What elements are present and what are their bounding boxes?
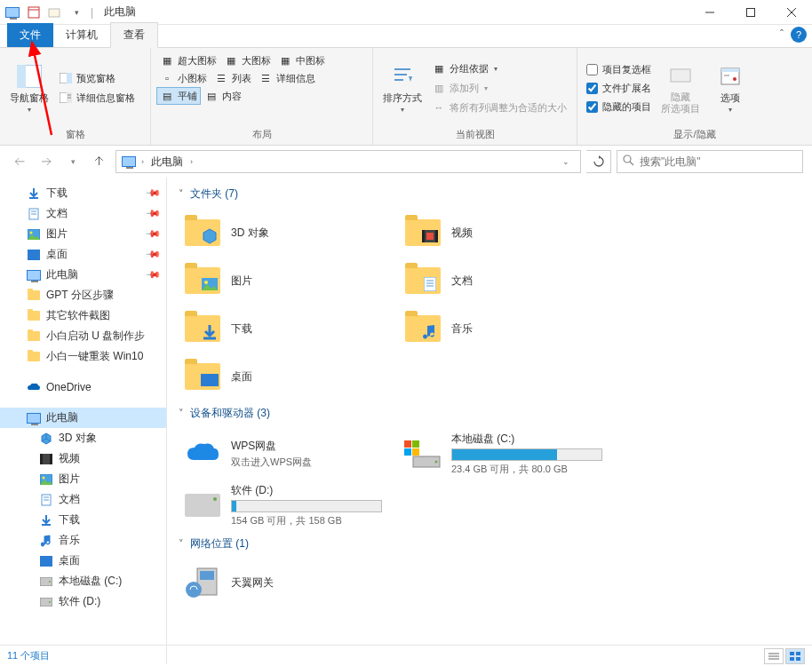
search-box[interactable] xyxy=(617,150,803,173)
details-pane-button[interactable]: 详细信息窗格 xyxy=(55,89,139,107)
layout-list[interactable]: ☰列表 xyxy=(211,69,255,87)
sidebar-pc-5[interactable]: 音乐 xyxy=(0,530,166,551)
folder-tile-6[interactable]: 桌面 xyxy=(176,353,396,400)
maximize-button[interactable] xyxy=(730,0,771,25)
sidebar-pc-0[interactable]: 3D 对象 xyxy=(0,428,166,448)
sidebar-thispc[interactable]: 此电脑 xyxy=(0,408,166,428)
forward-button[interactable]: 🡢 xyxy=(36,151,57,172)
group-network[interactable]: 网络位置 (1) xyxy=(176,531,803,559)
sidebar-pc-6[interactable]: 桌面 xyxy=(0,551,166,571)
sidebar-pc-7[interactable]: 本地磁盘 (C:) xyxy=(0,571,166,591)
ribbon: 导航窗格 ▾ 预览窗格 详细信息窗格 窗格 ▦超大图标 ▦大图标 ▦中图标 ▫小… xyxy=(0,48,812,146)
address-chev[interactable]: › xyxy=(141,157,144,166)
sidebar-pc-4[interactable]: 下载 xyxy=(0,510,166,530)
check-ext[interactable]: 文件扩展名 xyxy=(583,80,655,97)
sidebar-item-label: 本地磁盘 (C:) xyxy=(59,574,122,589)
sidebar-quick-8[interactable]: 小白一键重装 Win10 xyxy=(0,346,166,367)
folder-tile-2[interactable]: 图片 xyxy=(176,257,396,305)
search-input[interactable] xyxy=(640,155,797,168)
tile-name: WPS网盘 xyxy=(231,439,389,454)
net-tile-0[interactable]: 天翼网关 xyxy=(176,559,396,607)
layout-s[interactable]: ▫小图标 xyxy=(156,69,211,87)
sidebar-onedrive[interactable]: OneDrive xyxy=(0,377,166,397)
sidebar-pc-1[interactable]: 视频 xyxy=(0,448,166,469)
addcol-button[interactable]: ▥添加列▾ xyxy=(428,79,570,97)
options-button[interactable]: 选项 ▾ xyxy=(706,52,754,124)
showhide-group-label: 显示/隐藏 xyxy=(577,128,812,145)
svg-point-24 xyxy=(624,155,631,163)
sidebar-pc-8[interactable]: 软件 (D:) xyxy=(0,591,166,612)
drive-tile-2[interactable]: 软件 (D:) 154 GB 可用，共 158 GB xyxy=(176,480,396,531)
status-text: 11 个项目 xyxy=(7,649,50,662)
sortby-button[interactable]: 排序方式 ▾ xyxy=(378,52,426,124)
3d-icon xyxy=(183,213,222,252)
refresh-button[interactable] xyxy=(586,150,611,173)
sidebar-item-label: 此电脑 xyxy=(46,410,78,425)
pic-icon xyxy=(183,261,222,300)
qat-divider: | xyxy=(91,6,93,19)
check-hidden[interactable]: 隐藏的项目 xyxy=(583,99,655,115)
sidebar-quick-7[interactable]: 小白启动 U 盘制作步 xyxy=(0,326,166,346)
sidebar-quick-4[interactable]: 此电脑 📌 xyxy=(0,265,166,285)
tab-computer[interactable]: 计算机 xyxy=(53,23,110,47)
preview-pane-button[interactable]: 预览窗格 xyxy=(55,69,139,87)
view-tiles-button[interactable] xyxy=(785,648,805,664)
folder-tile-4[interactable]: 下载 xyxy=(176,305,396,353)
address-bar[interactable]: › 此电脑 › ⌄ xyxy=(115,150,581,173)
view-details-button[interactable] xyxy=(764,648,784,664)
up-button[interactable]: 🡡 xyxy=(89,151,110,172)
address-seg-root[interactable]: 此电脑 xyxy=(147,153,187,171)
layout-details[interactable]: ☰详细信息 xyxy=(255,69,319,87)
sidebar-quick-5[interactable]: GPT 分区步骤 xyxy=(0,285,166,305)
tab-file[interactable]: 文件 xyxy=(7,23,53,47)
layout-tiles[interactable]: ▤平铺 xyxy=(156,87,201,105)
address-dropdown[interactable]: ⌄ xyxy=(555,151,577,172)
recent-dropdown[interactable]: ▾ xyxy=(62,151,84,172)
check-itemboxes[interactable]: 项目复选框 xyxy=(583,61,655,78)
tab-view[interactable]: 查看 xyxy=(110,22,158,48)
fitcols-button[interactable]: ↔将所有列调整为合适的大小 xyxy=(428,99,570,116)
folder-tile-1[interactable]: 视频 xyxy=(396,209,617,257)
drive-tile-0[interactable]: WPS网盘 双击进入WPS网盘 xyxy=(176,428,396,480)
navigation-row: 🡠 🡢 ▾ 🡡 › 此电脑 › ⌄ xyxy=(0,146,812,178)
sidebar-quick-1[interactable]: 文档 📌 xyxy=(0,203,166,224)
layout-m[interactable]: ▦中图标 xyxy=(275,52,329,69)
drive-icon xyxy=(39,575,53,589)
help-icon[interactable]: ? xyxy=(791,27,807,43)
close-button[interactable] xyxy=(771,0,812,25)
tab-row: 文件 计算机 查看 ˆ ? xyxy=(0,25,812,48)
folder-tile-0[interactable]: 3D 对象 xyxy=(176,209,396,257)
tile-name: 下载 xyxy=(231,321,389,337)
tile-name: 文档 xyxy=(451,274,609,289)
minimize-button[interactable] xyxy=(689,0,730,25)
svg-point-37 xyxy=(43,476,45,479)
folder-tile-5[interactable]: 音乐 xyxy=(396,305,617,353)
address-chev2[interactable]: › xyxy=(190,157,193,166)
layout-content[interactable]: ▤内容 xyxy=(201,87,245,105)
sidebar-pc-3[interactable]: 文档 xyxy=(0,489,166,510)
sidebar-quick-3[interactable]: 桌面 📌 xyxy=(0,244,166,265)
sidebar: 下载 📌 文档 📌 图片 📌 桌面 📌 此电脑 📌 GPT 分区步骤 其它软件截… xyxy=(0,178,167,664)
layout-xl[interactable]: ▦超大图标 xyxy=(156,52,220,69)
sort-icon xyxy=(388,62,417,91)
group-folders[interactable]: 文件夹 (7) xyxy=(176,181,803,209)
ribbon-collapse-icon[interactable]: ˆ xyxy=(780,28,784,41)
folder-tile-3[interactable]: 文档 xyxy=(396,257,617,305)
qat-properties-icon[interactable] xyxy=(25,4,43,21)
music-icon xyxy=(403,309,442,348)
sidebar-quick-2[interactable]: 图片 📌 xyxy=(0,224,166,244)
sidebar-pc-2[interactable]: 图片 xyxy=(0,469,166,489)
sidebar-item-label: 下载 xyxy=(59,512,80,527)
group-drives[interactable]: 设备和驱动器 (3) xyxy=(176,400,803,428)
sidebar-quick-0[interactable]: 下载 📌 xyxy=(0,183,166,203)
back-button[interactable]: 🡠 xyxy=(9,151,30,172)
sidebar-quick-6[interactable]: 其它软件截图 xyxy=(0,305,166,326)
groupby-button[interactable]: ▦分组依据▾ xyxy=(428,59,570,77)
qat-newfolder-icon[interactable] xyxy=(46,4,64,21)
qat-dropdown-icon[interactable]: ▾ xyxy=(68,4,85,21)
tile-name: 天翼网关 xyxy=(231,575,389,591)
nav-pane-button[interactable]: 导航窗格 ▾ xyxy=(5,52,53,124)
layout-l[interactable]: ▦大图标 xyxy=(220,52,275,69)
hide-selected-button[interactable]: 隐藏 所选项目 xyxy=(657,52,705,124)
drive-tile-1[interactable]: 本地磁盘 (C:) 23.4 GB 可用，共 80.0 GB xyxy=(396,428,617,480)
